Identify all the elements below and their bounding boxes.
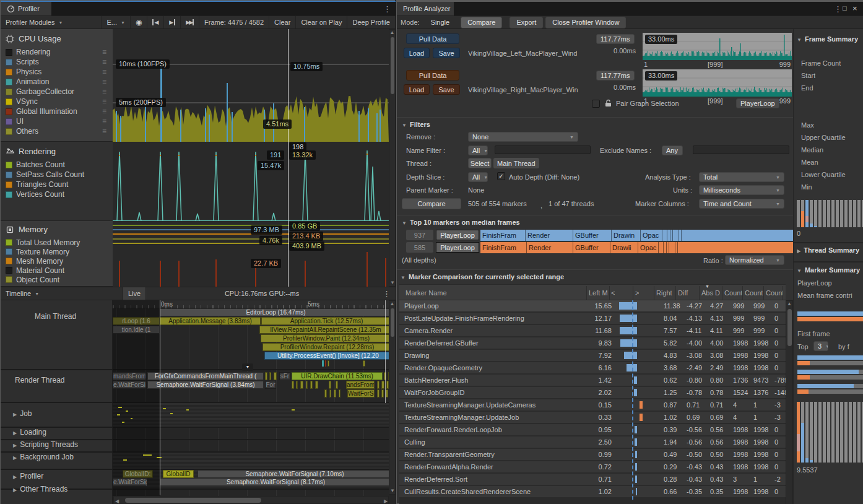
- col-count-left[interactable]: Count: [724, 289, 742, 297]
- save-button-right[interactable]: Save: [433, 84, 460, 95]
- legend-item[interactable]: Vertices Count: [1, 189, 113, 199]
- timeline-span[interactable]: [269, 372, 271, 380]
- scroll-up-icon[interactable]: ▲: [389, 30, 395, 35]
- col-right-bar[interactable]: >: [635, 289, 639, 297]
- thread-summary-header[interactable]: ▶Thread Summary: [797, 246, 863, 254]
- timeline-span[interactable]: [292, 409, 295, 411]
- clear-button[interactable]: Clear: [269, 16, 296, 28]
- close-profiler-window-button[interactable]: Close Profiler Window: [545, 17, 626, 28]
- thread-row-label[interactable]: Main Thread: [32, 312, 76, 321]
- comparison-row[interactable]: TextureStreamingManager.UpdateJob 0.33 1…: [399, 412, 786, 423]
- scroll-up-icon[interactable]: ▲: [389, 301, 395, 306]
- timeline-span[interactable]: [157, 457, 162, 458]
- fold-icon[interactable]: ▶: [13, 412, 17, 417]
- timeline-span[interactable]: [381, 381, 384, 389]
- marker-segment[interactable]: Opac: [641, 230, 662, 241]
- timeline-span[interactable]: [327, 360, 329, 367]
- pull-data-button-right[interactable]: Pull Data: [406, 70, 459, 80]
- marker-segment[interactable]: [673, 230, 679, 241]
- comparison-vscrollbar[interactable]: ▲: [786, 300, 793, 504]
- timeline-hscrollbar[interactable]: ◀ ▶: [113, 496, 389, 504]
- comparison-row[interactable]: Drawing 7.92 4.83 -3.08 3.08 1998 1998 0: [399, 350, 786, 361]
- marker-segment[interactable]: FinishFram: [480, 230, 526, 241]
- drag-handle-icon[interactable]: ≡: [102, 117, 106, 126]
- timeline-span[interactable]: e.WaitForSign: [113, 478, 147, 486]
- timeline-span[interactable]: andsFrom: [346, 381, 375, 389]
- legend-item[interactable]: Animation ≡: [1, 77, 113, 87]
- top10-frame-right[interactable]: 585: [406, 242, 433, 253]
- scroll-right-icon[interactable]: ▶: [384, 498, 388, 504]
- mode-compare-button[interactable]: Compare: [461, 17, 502, 28]
- analysis-type-dropdown[interactable]: Total: [699, 172, 784, 182]
- marker-summary-header[interactable]: ▼Marker Summary: [797, 266, 863, 274]
- timeline-span[interactable]: [118, 407, 122, 408]
- comparison-row[interactable]: Camera.Render 11.68 7.57 -4.11 4.11 999 …: [399, 325, 786, 336]
- column-divider[interactable]: [609, 286, 610, 300]
- pair-selection-marker[interactable]: PlayerLoop: [736, 98, 779, 108]
- timeline-span[interactable]: [117, 414, 120, 415]
- thread-row-label[interactable]: ▶Profiler: [13, 472, 43, 480]
- timeline-span[interactable]: [324, 389, 327, 398]
- marker-segment[interactable]: [662, 230, 667, 241]
- fold-icon[interactable]: ▶: [13, 430, 17, 436]
- legend-item[interactable]: Mesh Memory: [1, 256, 113, 266]
- fold-icon[interactable]: ▶: [13, 474, 17, 480]
- timeline-span[interactable]: ProfilerWindow.Paint (12.34ms): [261, 334, 392, 342]
- editor-target-dropdown[interactable]: E...: [102, 16, 130, 28]
- top10-marker-right[interactable]: PlayerLoop: [436, 242, 479, 253]
- timeline-span[interactable]: [122, 422, 124, 423]
- marker-segment[interactable]: Render: [527, 242, 573, 253]
- thread-row-label[interactable]: ▶Job: [13, 409, 32, 418]
- column-divider[interactable]: [763, 286, 764, 300]
- timeline-span[interactable]: [296, 381, 298, 389]
- frame-summary-histogram[interactable]: [797, 200, 863, 227]
- drag-handle-icon[interactable]: ≡: [102, 58, 106, 66]
- timeline-span[interactable]: [339, 389, 340, 398]
- drag-handle-icon[interactable]: ≡: [102, 127, 106, 136]
- timeline-view-dropdown[interactable]: Timeline: [1, 287, 123, 300]
- comparison-row[interactable]: RenderDeferred.GBuffer 9.83 5.82 -4.00 4…: [399, 337, 786, 349]
- ratio-dropdown[interactable]: Normalized: [725, 255, 784, 265]
- comparison-row[interactable]: Render.OpaqueGeometry 6.16 3.68 -2.49 2.…: [399, 362, 786, 373]
- timeline-span[interactable]: sFr: [279, 372, 290, 380]
- timeline-span[interactable]: [334, 389, 336, 398]
- legend-item[interactable]: Object Count: [1, 275, 113, 284]
- timeline-span[interactable]: [300, 381, 303, 389]
- timeline-span[interactable]: For: [265, 381, 276, 389]
- timeline-span[interactable]: GlobalID: [163, 470, 194, 478]
- save-button-left[interactable]: Save: [433, 48, 460, 58]
- timeline-span[interactable]: [386, 389, 388, 398]
- scroll-down-icon[interactable]: ▼: [389, 488, 396, 493]
- last-frame-button[interactable]: ▶▶: [181, 16, 199, 28]
- chart-selection-line[interactable]: [288, 29, 288, 287]
- legend-item[interactable]: Scripts ≡: [1, 57, 113, 67]
- profiler-menu-icon[interactable]: ⋮: [383, 4, 391, 14]
- comparison-scroll-thumb[interactable]: [787, 309, 792, 346]
- comparison-row[interactable]: RenderDeferred.Sort 0.71 0.28 -0.43 0.43…: [399, 474, 786, 485]
- drag-handle-icon[interactable]: ≡: [102, 97, 106, 106]
- comparison-row[interactable]: TextureStreamingManager.UpdateCameras 0.…: [399, 399, 786, 411]
- scroll-left-icon[interactable]: ◀: [115, 498, 119, 504]
- timeline-span[interactable]: ProfilerWindow.Repaint (12.28ms): [262, 343, 392, 351]
- module-cpu-usage[interactable]: CPU Usage Rendering ≡ Scripts ≡ Physics: [1, 29, 113, 142]
- column-divider[interactable]: [699, 286, 700, 300]
- timeline-span[interactable]: [322, 360, 324, 367]
- column-divider[interactable]: [722, 286, 722, 300]
- timeline-flag-marker[interactable]: ▼: [242, 363, 253, 371]
- fold-icon[interactable]: ▶: [13, 443, 17, 448]
- timeline-span[interactable]: [186, 409, 189, 411]
- fold-icon[interactable]: ▶: [13, 487, 17, 493]
- column-divider[interactable]: [586, 286, 587, 300]
- timeline-hscroll-thumb[interactable]: [125, 498, 261, 503]
- marker-segment[interactable]: Render: [526, 230, 573, 241]
- timeline-span[interactable]: Application.Tick (12.57ms): [261, 317, 392, 325]
- tab-profiler[interactable]: Profiler: [1, 2, 51, 15]
- col-left-median[interactable]: Left M: [589, 289, 609, 297]
- module-memory[interactable]: Memory Total Used Memory Texture Memory: [1, 221, 113, 287]
- timeline-menu-icon[interactable]: ⋮: [378, 287, 396, 300]
- top10-bar-right[interactable]: FinishFramRenderGBufferDrawiiOpac: [480, 242, 823, 253]
- timeline-span[interactable]: e.WaitForSigna: [113, 381, 146, 389]
- comparison-row[interactable]: BatchRenderer.Flush 1.42 0.62 -0.80 0.80…: [399, 375, 786, 386]
- timeline-span[interactable]: Application.Message (3.83ms): [160, 317, 261, 325]
- filters-header[interactable]: ▼Filters: [402, 121, 430, 128]
